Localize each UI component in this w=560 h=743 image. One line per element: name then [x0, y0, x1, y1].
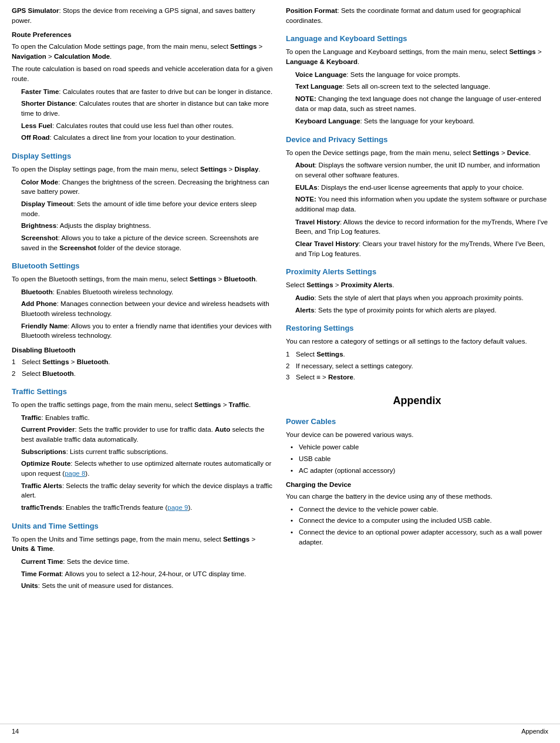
display-settings-heading: Display Settings: [12, 151, 274, 162]
language-keyboard-section: Language and Keyboard Settings To open t…: [286, 33, 548, 126]
route-preferences-intro: To open the Calculation Mode settings pa…: [12, 42, 274, 61]
charging-heading: Charging the Device: [286, 480, 548, 490]
off-road: Off Road: Calculates a direct line from …: [21, 133, 274, 143]
restoring-settings-section: Restoring Settings You can restore a cat…: [286, 323, 548, 382]
disabling-bluetooth-heading: Disabling Bluetooth: [12, 345, 274, 355]
device-privacy-section: Device and Privacy Settings To open the …: [286, 135, 548, 259]
time-format: Time Format: Allows you to select a 12-h…: [21, 569, 274, 579]
units-time-heading: Units and Time Settings: [12, 521, 274, 532]
charging-bullet-2: • Connect the device to a computer using…: [291, 516, 548, 526]
about: About: Displays the software version num…: [295, 160, 548, 180]
bluetooth-enable: Bluetooth: Enables Bluetooth wireless te…: [21, 287, 274, 297]
traffic-trends: trafficTrends: Enables the trafficTrends…: [21, 503, 274, 513]
position-format-para: Position Format: Sets the coordinate for…: [286, 6, 548, 25]
proximity-audio: Audio: Sets the style of alert that play…: [295, 293, 548, 303]
appendix-heading: Appendix: [286, 393, 548, 408]
language-keyboard-intro: To open the Language and Keyboard settin…: [286, 47, 548, 66]
proximity-alerts-heading: Proximity Alerts Settings: [286, 267, 548, 278]
voice-language: Voice Language: Sets the language for vo…: [295, 70, 548, 80]
restoring-settings-heading: Restoring Settings: [286, 323, 548, 334]
shorter-distance: Shorter Distance: Calculates routes that…: [21, 99, 274, 118]
current-time: Current Time: Sets the device time.: [21, 557, 274, 567]
charging-intro: You can charge the battery in the device…: [286, 492, 548, 502]
proximity-alerts-item: Alerts: Sets the type of proximity point…: [295, 305, 548, 315]
gps-simulator-term: GPS Simulator: [12, 7, 59, 14]
units-time-intro: To open the Units and Time settings page…: [12, 534, 274, 554]
text-language: Text Language: Sets all on-screen text t…: [295, 82, 548, 92]
friendly-name: Friendly Name: Allows you to enter a fri…: [21, 321, 274, 341]
eulas-note: NOTE: You need this information when you…: [295, 194, 548, 214]
traffic-alerts: Traffic Alerts: Selects the traffic dela…: [21, 481, 274, 500]
page9-link[interactable]: page 9: [167, 504, 188, 511]
route-preferences-section: Route Preferences To open the Calculatio…: [12, 30, 274, 143]
bullet-ac: • AC adapter (optional accessory): [291, 466, 548, 476]
language-keyboard-heading: Language and Keyboard Settings: [286, 33, 548, 45]
traffic-intro: To open the traffic settings page, from …: [12, 400, 274, 410]
charging-bullet-1: • Connect the device to the vehicle powe…: [291, 505, 548, 515]
power-cables-section: Power Cables Your device can be powered …: [286, 416, 548, 476]
current-provider: Current Provider: Sets the traffic provi…: [21, 425, 274, 444]
add-phone: Add Phone: Manages connection between yo…: [21, 299, 274, 318]
power-cables-intro: Your device can be powered various ways.: [286, 430, 548, 440]
restore-step-3: 3 Select ≡ > Restore.: [286, 372, 548, 382]
screenshot: Screenshot: Allows you to take a picture…: [21, 233, 274, 253]
less-fuel: Less Fuel: Calculates routes that could …: [21, 121, 274, 131]
device-privacy-intro: To open the Device settings page, from t…: [286, 148, 548, 158]
bullet-usb: • USB cable: [291, 454, 548, 464]
faster-time: Faster Time: Calculates routes that are …: [21, 87, 274, 97]
disabling-bluetooth: Disabling Bluetooth 1 Select Settings > …: [12, 345, 274, 378]
eulas: EULAs: Displays the end-user license agr…: [295, 183, 548, 193]
clear-travel-history: Clear Travel History: Clears your travel…: [295, 239, 548, 258]
restoring-intro: You can restore a category of settings o…: [286, 337, 548, 347]
units-time-settings-section: Units and Time Settings To open the Unit…: [12, 521, 274, 591]
brightness: Brightness: Adjusts the display brightne…: [21, 221, 274, 231]
bluetooth-settings-heading: Bluetooth Settings: [12, 261, 274, 272]
bluetooth-step-2: 2 Select Bluetooth.: [12, 369, 274, 379]
traffic-enable: Traffic: Enables traffic.: [21, 413, 274, 423]
page: GPS Simulator: Stops the device from rec…: [0, 0, 560, 743]
traffic-settings-heading: Traffic Settings: [12, 386, 274, 398]
bluetooth-settings-section: Bluetooth Settings To open the Bluetooth…: [12, 261, 274, 378]
restore-step-2: 2 If necessary, select a settings catego…: [286, 361, 548, 371]
page-footer: 14 Appendix: [0, 724, 560, 737]
device-privacy-heading: Device and Privacy Settings: [286, 135, 548, 146]
footer-right: Appendix: [521, 728, 548, 735]
subscriptions: Subscriptions: Lists current traffic sub…: [21, 447, 274, 457]
bluetooth-step-1: 1 Select Settings > Bluetooth.: [12, 357, 274, 367]
route-preferences-heading: Route Preferences: [12, 30, 274, 40]
display-timeout: Display Timeout: Sets the amount of idle…: [21, 199, 274, 218]
charging-section: Charging the Device You can charge the b…: [286, 480, 548, 547]
page-number: 14: [12, 728, 19, 735]
bluetooth-intro: To open the Bluetooth settings, from the…: [12, 274, 274, 284]
right-column: Position Format: Sets the coordinate for…: [286, 6, 548, 718]
columns: GPS Simulator: Stops the device from rec…: [0, 6, 560, 718]
traffic-settings-section: Traffic Settings To open the traffic set…: [12, 386, 274, 513]
position-format-term: Position Format: [286, 7, 338, 14]
optimize-route: Optimize Route: Selects whether to use o…: [21, 459, 274, 478]
gps-simulator-para: GPS Simulator: Stops the device from rec…: [12, 6, 274, 25]
proximity-alerts-section: Proximity Alerts Settings Select Setting…: [286, 267, 548, 315]
page8-link[interactable]: page 8: [65, 470, 85, 477]
left-column: GPS Simulator: Stops the device from rec…: [12, 6, 274, 718]
keyboard-language: Keyboard Language: Sets the language for…: [295, 116, 548, 126]
restore-step-1: 1 Select Settings.: [286, 349, 548, 359]
power-cables-heading: Power Cables: [286, 416, 548, 428]
route-preferences-desc: The route calculation is based on road s…: [12, 64, 274, 83]
units: Units: Sets the unit of measure used for…: [21, 581, 274, 591]
language-note: NOTE: Changing the text language does no…: [295, 94, 548, 113]
display-settings-intro: To open the Display settings page, from …: [12, 164, 274, 174]
travel-history: Travel History: Allows the device to rec…: [295, 217, 548, 237]
charging-bullet-3: • Connect the device to an optional powe…: [291, 527, 548, 547]
color-mode: Color Mode: Changes the brightness of th…: [21, 177, 274, 197]
display-settings-section: Display Settings To open the Display set…: [12, 151, 274, 253]
bullet-vehicle: • Vehicle power cable: [291, 442, 548, 452]
proximity-alerts-intro: Select Settings > Proximity Alerts.: [286, 280, 548, 290]
